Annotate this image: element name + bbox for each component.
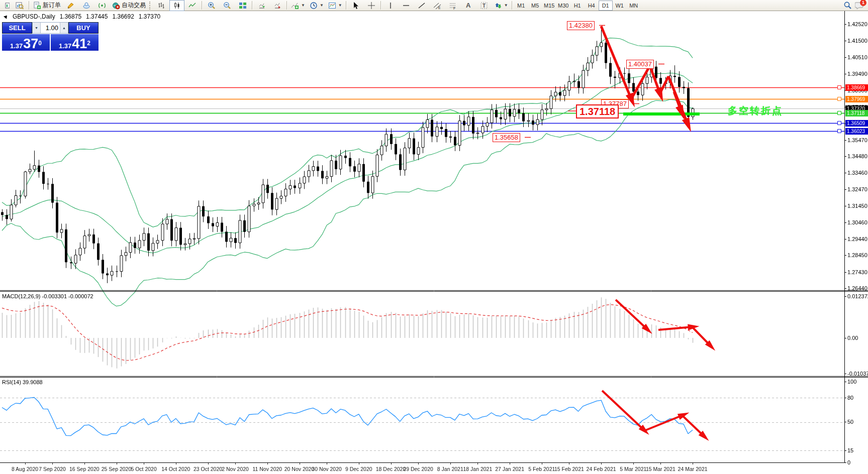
price-callout[interactable]: 1.35658: [493, 133, 520, 142]
volume-stepper: ▼ ▲: [32, 22, 68, 34]
date-axis-label: 20 Nov 2020: [284, 466, 315, 472]
cursor-tool-button[interactable]: [348, 0, 363, 11]
macd-axis-tick: -0.010374: [847, 371, 868, 377]
price-callout[interactable]: 1.40037: [626, 60, 654, 69]
zoom-out-button[interactable]: [220, 0, 235, 11]
auto-trading-button[interactable]: 自动交易: [110, 0, 148, 11]
date-axis-label: 7 Sep 2020: [39, 466, 66, 472]
price-axis-tick: 1.33460: [847, 170, 867, 176]
date-axis-label: 16 Sep 2020: [69, 466, 100, 472]
timeframe-M15[interactable]: M15: [542, 1, 556, 11]
rsi-axis-tick: 0: [847, 459, 850, 465]
timeframe-M5[interactable]: M5: [528, 1, 542, 11]
svg-text:T: T: [483, 3, 486, 9]
price-axis-tick: 1.40510: [847, 54, 867, 60]
new-order-button[interactable]: 新订单: [31, 0, 63, 11]
macd-label: MACD(12,26,9) -0.003301 -0.000072: [2, 293, 93, 299]
price-callout[interactable]: 1.37118: [576, 104, 619, 118]
text-label-tool-button[interactable]: T: [476, 0, 492, 11]
timeframe-D1[interactable]: D1: [599, 1, 613, 11]
date-axis-label: 14 Oct 2020: [161, 466, 190, 472]
new-order-label: 新订单: [43, 1, 61, 10]
line-chart-type-button[interactable]: [185, 0, 200, 11]
buy-price-display[interactable]: 1.37412: [51, 34, 99, 51]
price-axis-badge: 1.38669: [845, 84, 868, 91]
volume-input[interactable]: [41, 23, 60, 33]
quote-open: 1.36875: [60, 13, 81, 20]
candlestick-type-button[interactable]: [169, 0, 184, 11]
price-axis-tick: 1.26440: [847, 285, 867, 291]
trendline-tool-button[interactable]: [414, 0, 429, 11]
date-axis-label: 5 Oct 2020: [131, 466, 156, 472]
timeframe-H4[interactable]: H4: [585, 1, 599, 11]
chart-shift-button[interactable]: [270, 0, 285, 11]
arrows-tool-button[interactable]: ▼: [492, 0, 510, 11]
buy-button[interactable]: BUY: [68, 22, 99, 34]
date-axis-label: 23 Oct 2020: [194, 466, 222, 472]
sell-price-display[interactable]: 1.37370: [2, 34, 50, 51]
crosshair-tool-button[interactable]: [364, 0, 379, 11]
date-axis-label: 5 Mar 2021: [620, 466, 646, 472]
bar-chart-type-button[interactable]: [154, 0, 169, 11]
timeframe-H1[interactable]: H1: [570, 1, 585, 11]
crayon-icon[interactable]: [63, 0, 78, 11]
timeframe-M30[interactable]: M30: [556, 1, 570, 11]
chart-window-icon-partial[interactable]: [1, 0, 12, 11]
auto-scroll-button[interactable]: [254, 0, 269, 11]
turning-point-annotation[interactable]: 多空转折点: [728, 104, 783, 117]
dropdown-caret-icon: ▼: [301, 3, 305, 8]
price-axis-tick: 1.30460: [847, 219, 867, 225]
horizontal-line-tool-button[interactable]: [399, 0, 414, 11]
timeframe-M1[interactable]: M1: [514, 1, 528, 11]
toolbar-separator: [286, 1, 287, 10]
price-axis-badge: 1.36023: [845, 128, 868, 135]
price-axis-tick: 1.42520: [847, 21, 867, 27]
timeframe-W1[interactable]: W1: [613, 1, 627, 11]
toolbar-separator: [512, 1, 513, 10]
equidistant-channel-tool-button[interactable]: E: [430, 0, 445, 11]
notifications-icon[interactable]: 1: [855, 2, 864, 10]
sell-button[interactable]: SELL: [2, 22, 32, 34]
price-axis-tick: 1.29440: [847, 236, 867, 242]
toolbar-separator: [252, 1, 253, 10]
auto-trading-label: 自动交易: [122, 1, 146, 10]
periods-button[interactable]: ▼: [308, 0, 326, 11]
date-axis-label: 9 Dec 2020: [345, 466, 372, 472]
dropdown-caret-icon: ▼: [338, 3, 342, 8]
one-click-trading-panel: SELL ▼ ▲ BUY 1.37370 1.37412: [2, 22, 99, 51]
price-axis-badge: 1.37118: [845, 110, 868, 116]
chart-canvas[interactable]: [0, 11, 868, 474]
price-axis-badge: 1.36509: [845, 120, 868, 127]
text-tool-button[interactable]: A: [461, 0, 476, 11]
price-axis-tick: 1.34480: [847, 153, 867, 159]
rsi-axis-tick: 100: [847, 379, 856, 385]
price-callout[interactable]: 1.42380: [567, 21, 595, 30]
chart-preview-icon[interactable]: [12, 0, 27, 11]
symbol-period-label: GBPUSD-,Daily: [13, 13, 55, 20]
date-axis-label: 27 Jan 2021: [495, 466, 524, 472]
date-axis-label: 30 Nov 2020: [312, 466, 342, 472]
zoom-in-button[interactable]: [204, 0, 219, 11]
macd-axis-tick: 0.012372: [847, 293, 868, 299]
volume-decrease-button[interactable]: ▼: [33, 23, 41, 33]
chart-marker-icon: [4, 14, 9, 19]
date-axis-label: 29 Dec 2020: [403, 466, 433, 472]
search-icon[interactable]: [843, 1, 852, 10]
indicators-button[interactable]: ▼: [289, 0, 307, 11]
volume-increase-button[interactable]: ▲: [60, 23, 68, 33]
tile-windows-button[interactable]: [235, 0, 250, 11]
templates-button[interactable]: ▼: [326, 0, 344, 11]
date-axis-label: 18 Jan 2021: [463, 466, 492, 472]
price-axis-tick: 1.41500: [847, 38, 867, 44]
vertical-line-tool-button[interactable]: [383, 0, 398, 11]
timeframe-MN[interactable]: MN: [627, 1, 641, 11]
profiles-icon[interactable]: [79, 0, 94, 11]
macd-axis-tick: 0.00: [847, 335, 858, 341]
price-axis-tick: 1.35470: [847, 137, 867, 143]
dropdown-caret-icon: ▼: [504, 3, 508, 8]
toolbar-grip[interactable]: [149, 2, 152, 10]
signal-antenna-icon[interactable]: [94, 0, 110, 11]
date-axis-label: 24 Feb 2021: [587, 466, 616, 472]
toolbar-separator: [29, 1, 30, 10]
fibonacci-tool-button[interactable]: F: [445, 0, 460, 11]
